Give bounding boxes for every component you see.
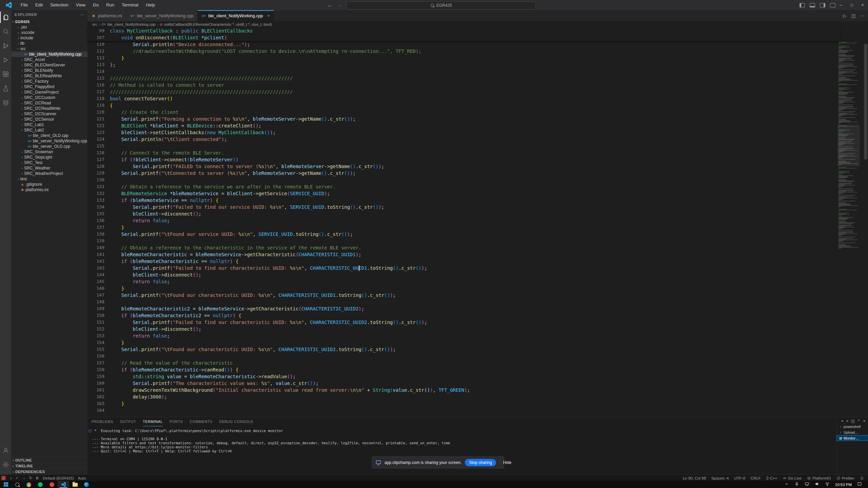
- editor-scrollbar[interactable]: [863, 10, 868, 417]
- pio-port-selector[interactable]: Auto: [78, 476, 86, 480]
- tree-item-src_i2ccustom[interactable]: ›SRC_I2CCustom: [11, 95, 87, 100]
- menu-terminal[interactable]: Terminal: [118, 0, 142, 10]
- tray-speaker-icon[interactable]: [815, 482, 820, 488]
- tree-item-ble_client_old.cpp[interactable]: C+ble_client_OLD.cpp: [11, 133, 87, 138]
- status-go-live[interactable]: Go Live: [783, 476, 802, 480]
- status-utf-8[interactable]: UTF-8: [734, 476, 745, 480]
- status-crlf[interactable]: CRLF: [751, 476, 761, 480]
- tree-item-src_gameproject[interactable]: ›SRC_GameProject: [11, 89, 87, 95]
- panel-tab-problems[interactable]: PROBLEMS: [92, 417, 113, 426]
- status-spaces-4[interactable]: Spaces: 4: [711, 476, 729, 480]
- taskbar-red-app-icon[interactable]: [46, 481, 58, 488]
- activity-account-icon[interactable]: [0, 443, 11, 458]
- pio-refresh-icon[interactable]: ↻: [29, 476, 32, 480]
- taskbar-start-icon[interactable]: [0, 481, 12, 488]
- sidebar-section-outline[interactable]: ›OUTLINE: [11, 457, 87, 463]
- tray-monitor-icon[interactable]: [805, 482, 809, 488]
- tree-item-src_weather[interactable]: ›SRC_Weather: [11, 165, 87, 171]
- menu-help[interactable]: Help: [142, 0, 159, 10]
- panel-tab-ports[interactable]: PORTS: [170, 417, 183, 426]
- window-maximize-button[interactable]: □: [846, 0, 857, 10]
- panel-tab-terminal[interactable]: TERMINAL: [143, 417, 163, 426]
- breadcrumb-item[interactable]: ble_client_NotifyWorking.cpp: [107, 22, 156, 26]
- tree-item-src_bleclientserver[interactable]: ›SRC_BLEClientServer: [11, 62, 87, 68]
- tree-item-src_weatherproject[interactable]: ›SRC_WeatherProject: [11, 171, 87, 176]
- tree-item-src_stoplight[interactable]: ›SRC_StopLight: [11, 155, 87, 160]
- tree-item-include[interactable]: ›include: [11, 35, 87, 41]
- toggle-panel-icon[interactable]: [810, 3, 815, 7]
- tree-item-test[interactable]: ›test: [11, 176, 87, 182]
- panel-tab-comments[interactable]: COMMENTS: [190, 417, 213, 426]
- menu-run[interactable]: Run: [102, 0, 118, 10]
- tree-item-src_i2cread[interactable]: ›SRC_I2CRead: [11, 100, 87, 106]
- pio-env-selector[interactable]: Default (EGR425): [43, 476, 74, 480]
- activity-run-debug-icon[interactable]: [0, 53, 11, 67]
- tree-item-src_lab1[interactable]: ›SRC_Lab1: [11, 122, 87, 127]
- explorer-more-actions-icon[interactable]: ⋯: [80, 13, 84, 17]
- tree-root[interactable]: ›EGR425: [11, 19, 87, 24]
- new-terminal-icon[interactable]: +: [841, 419, 843, 423]
- menu-edit[interactable]: Edit: [32, 0, 46, 10]
- tree-item-src[interactable]: ›src: [11, 46, 87, 52]
- panel-tab-debug-console[interactable]: DEBUG CONSOLE: [219, 417, 253, 426]
- tree-item-src_lab2[interactable]: ›SRC_Lab2: [11, 127, 87, 133]
- breadcrumb-item[interactable]: notifyCallback(BLERemoteCharacteristic *…: [164, 22, 272, 26]
- close-panel-icon[interactable]: ×: [863, 419, 865, 423]
- tree-item-src_test[interactable]: ›SRC_Test: [11, 160, 87, 165]
- terminal-instance-powershell[interactable]: ›powershell: [837, 424, 868, 429]
- taskbar-spotify-icon[interactable]: [35, 481, 46, 488]
- activity-extensions-icon[interactable]: [0, 67, 11, 81]
- tray-chat-icon[interactable]: [857, 482, 862, 488]
- customize-layout-icon[interactable]: [830, 3, 835, 7]
- tree-item-ble_server_old.cpp[interactable]: C+ble_server_OLD.cpp: [11, 144, 87, 149]
- remote-indicator[interactable]: ⌂: [1, 476, 6, 480]
- tree-item-src_factory[interactable]: ›SRC_Factory: [11, 79, 87, 84]
- taskbar-chrome-icon[interactable]: [23, 481, 35, 488]
- status-prettier[interactable]: Prettier: [836, 476, 854, 480]
- nav-forward-icon[interactable]: →: [338, 2, 342, 8]
- breadcrumb-item[interactable]: src: [92, 22, 97, 26]
- sidebar-section-timeline[interactable]: ›TIMELINE: [11, 463, 87, 469]
- pio-terminal-icon[interactable]: ≣: [36, 476, 39, 480]
- tab-ble_server_NotifyWorking.cpp[interactable]: C+ble_server_NotifyWorking.cpp: [126, 10, 198, 21]
- panel-tab-output[interactable]: OUTPUT: [120, 417, 136, 426]
- tree-item-.vscode[interactable]: ›.vscode: [11, 30, 87, 35]
- tree-item-platformio.ini[interactable]: ⚙platformio.ini: [11, 187, 87, 192]
- status-platformio[interactable]: PlatformIO: [807, 476, 831, 480]
- clock[interactable]: 10:53 PM: [835, 483, 852, 487]
- tree-item-src_blereadwrite[interactable]: ›SRC_BLEReadWrite: [11, 73, 87, 79]
- terminal-output[interactable]: * Executing task: C:\Users\fPzaf\.platfo…: [92, 429, 834, 453]
- tray-wifi-icon[interactable]: [825, 482, 830, 488]
- toggle-secondary-sidebar-icon[interactable]: [820, 3, 825, 7]
- tray-chevron-up-icon[interactable]: [784, 482, 789, 488]
- command-center-search[interactable]: EGR425: [347, 1, 536, 9]
- toggle-sidebar-icon[interactable]: [800, 3, 805, 7]
- minimap[interactable]: [837, 41, 860, 417]
- menu-view[interactable]: View: [72, 0, 89, 10]
- terminal-dropdown-icon[interactable]: ˅: [846, 419, 848, 423]
- tree-item-src_blenotify[interactable]: ›SRC_BLENotify: [11, 68, 87, 73]
- taskbar-edge-icon[interactable]: [81, 481, 92, 488]
- split-editor-icon[interactable]: ◫: [851, 13, 855, 18]
- tree-item-ble_server_notifyworking.cpp[interactable]: C+ble_server_NotifyWorking.cpp: [11, 138, 87, 144]
- code-viewport[interactable]: 110 Serial.println("Device disconnected.…: [87, 41, 868, 417]
- tree-item-.pio[interactable]: ›.pio: [11, 24, 87, 30]
- status-ln-90-col-88[interactable]: Ln 90, Col 88: [683, 476, 706, 480]
- pio-home-icon[interactable]: ⌂: [10, 476, 12, 480]
- tree-item-.gitignore[interactable]: ◆.gitignore: [11, 182, 87, 187]
- taskbar-explorer-folder-icon[interactable]: [69, 481, 81, 488]
- tree-item-src_accel[interactable]: ›SRC_Accel: [11, 57, 87, 62]
- tree-item-lib[interactable]: ›lib: [11, 41, 87, 46]
- tree-item-src_i2cscanner[interactable]: ›SRC_I2CScanner: [11, 111, 87, 117]
- tree-item-src_snowman[interactable]: ›SRC_Snowman: [11, 149, 87, 155]
- taskbar-search-icon[interactable]: [12, 481, 23, 488]
- stop-sharing-button[interactable]: Stop sharing: [465, 459, 496, 466]
- activity-gear-icon[interactable]: [0, 458, 11, 472]
- tab-close-icon[interactable]: ×: [267, 13, 270, 18]
- tree-item-ble_client_notifyworking.cpp[interactable]: C+ble_client_NotifyWorking.cpp: [11, 52, 87, 57]
- menu-file[interactable]: File: [17, 0, 32, 10]
- terminal-instance-upload[interactable]: ↑Upload…: [837, 430, 868, 435]
- nav-back-icon[interactable]: ←: [328, 2, 332, 8]
- activity-search-icon[interactable]: [0, 24, 11, 39]
- sidebar-section-dependencies[interactable]: ›DEPENDENCIES: [11, 469, 87, 474]
